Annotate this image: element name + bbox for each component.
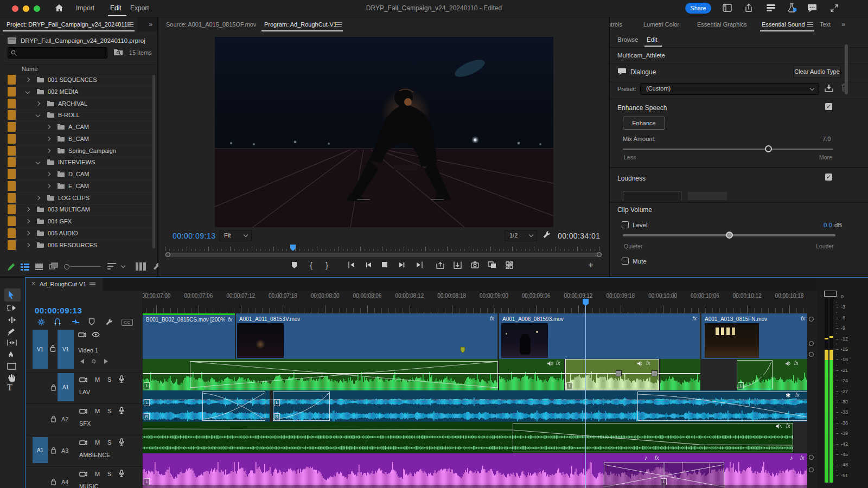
video-track-name[interactable]: Video 1 [78, 347, 98, 354]
mic-icon[interactable] [119, 470, 124, 478]
menu-export[interactable]: Export [130, 4, 149, 12]
bin-row[interactable]: B_CAM [5, 133, 156, 145]
freeform-view-icon[interactable] [49, 262, 59, 271]
program-tab[interactable]: Program: Ad_RoughCut-V1 [264, 21, 337, 28]
level-value[interactable]: 0.0 [824, 222, 832, 228]
tool-rectangle-icon[interactable] [7, 363, 18, 373]
quick-export-icon[interactable] [744, 3, 753, 12]
audio-clip[interactable] [499, 359, 564, 390]
bin-row[interactable]: 003 MULTICAM [5, 203, 156, 216]
menu-import[interactable]: Import [76, 4, 94, 12]
fade-handle[interactable] [616, 370, 622, 376]
next-keyframe-icon[interactable] [104, 359, 108, 364]
clear-audio-type-button[interactable]: Clear Audio Type [793, 66, 841, 78]
snap-icon[interactable] [54, 318, 61, 326]
feedback-icon[interactable] [807, 4, 817, 12]
chevron-right-icon[interactable] [46, 125, 50, 129]
es-browse-tab[interactable]: Browse [617, 36, 638, 43]
monitor-scrollbar[interactable] [165, 253, 602, 257]
fullscreen-icon[interactable] [830, 4, 839, 12]
tool-track-select-icon[interactable] [7, 304, 18, 314]
fx-badge[interactable]: fx [794, 360, 799, 366]
label-color-chip[interactable] [8, 157, 16, 167]
es-tab-menu-icon[interactable] [807, 22, 813, 27]
chevron-right-icon[interactable] [36, 195, 40, 200]
fx-badge[interactable]: fx [655, 455, 659, 461]
monitor-settings-wrench-icon[interactable] [542, 230, 551, 239]
bin-label[interactable]: D_CAM [68, 171, 90, 177]
audio-track-name[interactable]: LAV [79, 389, 90, 395]
chevron-right-icon[interactable] [46, 184, 50, 188]
mix-slider-handle[interactable] [765, 145, 772, 152]
bin-row[interactable]: Spring_Campaign [5, 145, 156, 157]
mic-icon[interactable] [119, 375, 124, 383]
loudness-checkbox[interactable]: ✓ [825, 174, 832, 181]
bin-label[interactable]: E_CAM [68, 183, 89, 189]
captions-icon[interactable]: CC [122, 319, 133, 326]
label-color-chip[interactable] [8, 240, 16, 250]
level-slider-handle[interactable] [726, 232, 733, 239]
chevron-down-icon[interactable] [25, 89, 30, 94]
audio-clip-selected[interactable] [565, 359, 659, 390]
save-preset-icon[interactable] [825, 84, 833, 92]
track-meter-icon[interactable] [79, 377, 87, 383]
multicam-toggle-icon[interactable] [506, 261, 513, 269]
project-file-name[interactable]: DRYP_Fall_Campaign_v24_20240110.prproj [21, 37, 145, 44]
tool-selection-icon[interactable] [7, 290, 18, 300]
panel-menu-icon[interactable] [127, 22, 133, 27]
mix-slider-track[interactable] [623, 149, 833, 150]
solo-toggle[interactable]: S [107, 471, 111, 477]
column-name[interactable]: Name [22, 66, 37, 72]
label-color-chip[interactable] [8, 146, 16, 156]
home-icon[interactable] [54, 3, 64, 13]
beta-flask-icon[interactable] [787, 3, 797, 13]
track-handle[interactable] [809, 455, 814, 460]
search-box[interactable] [8, 47, 107, 59]
timeline-clip[interactable]: B001_B002_0815CS.mov [200%] fx [143, 313, 235, 359]
sequence-tab-menu-icon[interactable] [90, 282, 95, 286]
crossfade-region[interactable] [202, 391, 265, 421]
track-output-eye-icon[interactable] [92, 332, 100, 337]
share-button[interactable]: Share [685, 3, 711, 14]
mark-in-icon[interactable]: { [310, 260, 312, 269]
label-color-chip[interactable] [8, 204, 16, 214]
source-patch[interactable]: A1 [33, 437, 48, 463]
mark-out-icon[interactable]: } [326, 260, 328, 269]
track-id[interactable]: A2 [61, 416, 68, 422]
bin-label[interactable]: Spring_Campaign [68, 147, 116, 154]
label-color-chip[interactable] [8, 75, 16, 85]
edit-pencil-icon[interactable] [7, 262, 16, 272]
list-view-icon[interactable] [21, 263, 29, 271]
export-frame-icon[interactable] [471, 261, 479, 268]
track-meter-icon[interactable] [79, 440, 87, 446]
label-color-chip[interactable] [8, 216, 16, 226]
project-tab[interactable]: Project: DRYP_Fall_Campaign_v24_20240110 [0, 17, 137, 31]
audio-track-name[interactable]: SFX [79, 420, 91, 427]
label-color-chip[interactable] [8, 193, 16, 203]
tool-ripple-edit-icon[interactable] [7, 316, 18, 326]
level-checkbox[interactable] [622, 221, 629, 228]
track-id[interactable]: A4 [61, 479, 68, 485]
bin-row[interactable]: 001 SEQUENCES [5, 74, 156, 86]
mix-amount-value[interactable]: 7.0 [822, 136, 831, 142]
panel-toggle-icon[interactable] [723, 4, 732, 12]
step-forward-icon[interactable] [398, 261, 405, 268]
monitor-mini-ruler[interactable] [165, 244, 602, 251]
chevron-right-icon[interactable] [25, 231, 30, 235]
timeline-ruler[interactable]: 00:00:07:0000:00:07:0600:00:07:1200:00:0… [143, 291, 807, 313]
add-keyframe-icon[interactable] [91, 359, 96, 364]
source-patch-v1[interactable]: V1 [33, 330, 48, 369]
timeline-clip[interactable]: A001_A006_081593.mov fx [499, 313, 700, 359]
bin-row[interactable]: E_CAM [5, 180, 156, 192]
sequence-tab-close[interactable]: × [31, 280, 35, 287]
track-handle[interactable] [809, 341, 814, 346]
chevron-right-icon[interactable] [25, 242, 30, 247]
bin-row[interactable]: B-ROLL [5, 109, 156, 121]
enhance-speech-checkbox[interactable]: ✓ [825, 103, 832, 110]
sort-chevron-icon[interactable] [121, 264, 125, 268]
fx-badge[interactable]: fx [692, 316, 697, 322]
sequence-tab[interactable]: × Ad_RoughCut-V1 [25, 278, 103, 291]
label-color-chip[interactable] [8, 87, 16, 97]
zoom-window-button[interactable] [34, 5, 40, 12]
bin-label[interactable]: B-ROLL [58, 112, 80, 118]
